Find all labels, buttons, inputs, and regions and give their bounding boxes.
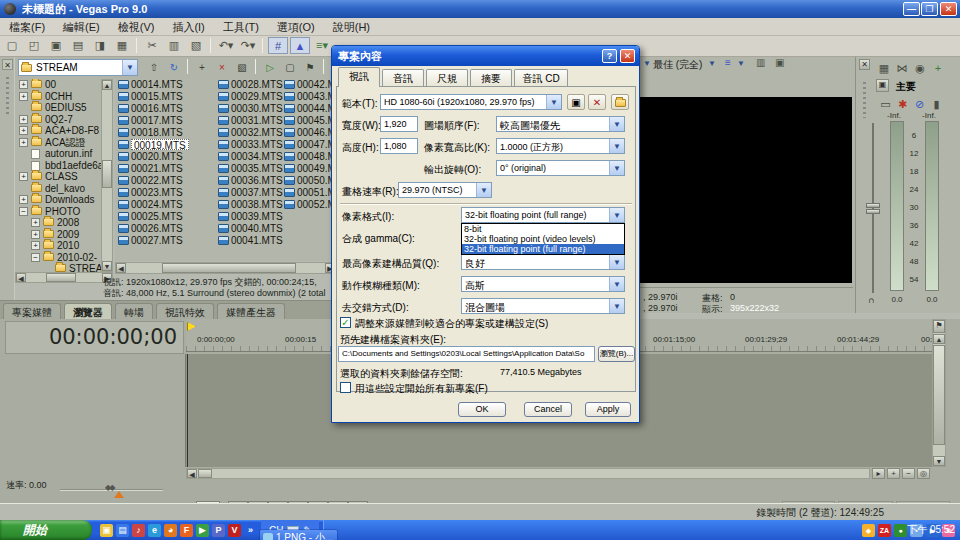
tab-專案媒體[interactable]: 專案媒體 xyxy=(3,303,61,320)
import-media-icon[interactable]: ▦ xyxy=(112,37,132,54)
scroll-up-icon[interactable]: ▲ xyxy=(933,334,945,344)
cancel-button[interactable]: Cancel xyxy=(524,402,572,417)
lock-envelopes-icon[interactable]: ≡▾ xyxy=(312,37,332,54)
tree-item[interactable]: 0EDIUS5 xyxy=(45,102,87,113)
tab-轉場[interactable]: 轉場 xyxy=(115,303,153,320)
file-item[interactable]: 00035.MTS xyxy=(231,163,283,174)
stop-preview-icon[interactable]: ▢ xyxy=(281,60,299,76)
apply-button[interactable]: Apply xyxy=(585,402,631,417)
files-horizontal-scrollbar[interactable]: ◀ ▶ xyxy=(115,262,336,274)
chevron-down-icon[interactable]: ▼ xyxy=(122,60,137,75)
start-button[interactable]: 開始 xyxy=(0,520,92,540)
tree-item[interactable]: 2010 xyxy=(57,240,79,251)
preview-quality-combo[interactable]: 最佳 (完全) xyxy=(653,58,702,72)
chevron-down-icon[interactable]: ▼ xyxy=(609,117,624,131)
menu-item[interactable]: 編輯(E) xyxy=(54,18,109,36)
menu-item[interactable]: 檔案(F) xyxy=(0,18,54,36)
dialog-tab-0[interactable]: 視訊 xyxy=(338,67,380,87)
delete-icon[interactable]: × xyxy=(213,60,231,76)
edit-cursor[interactable] xyxy=(187,354,188,467)
refresh-icon[interactable]: ↻ xyxy=(165,60,183,76)
edit-tool-icon[interactable]: ▸ xyxy=(872,468,885,479)
rate-reset-icon[interactable] xyxy=(114,491,124,498)
quick-folder-icon[interactable]: ▣ xyxy=(100,524,113,537)
chevron-down-icon[interactable]: ▼ xyxy=(476,183,491,197)
scroll-left-icon[interactable]: ◀ xyxy=(187,469,197,478)
copy-icon[interactable]: ▥ xyxy=(164,37,184,54)
file-item[interactable]: 00028.MTS xyxy=(231,79,283,90)
tree-horizontal-scrollbar[interactable]: ◀ ▶ xyxy=(15,272,113,283)
prerender-folder-input[interactable]: C:\Documents and Settings\0203\Local Set… xyxy=(338,346,595,362)
file-item[interactable]: 00026.MTS xyxy=(131,223,183,234)
save-icon[interactable]: ▣ xyxy=(46,37,66,54)
marker-tool-icon[interactable]: ⚑ xyxy=(933,320,945,333)
chevron-down-icon[interactable]: ▼ xyxy=(609,139,624,153)
scroll-thumb[interactable] xyxy=(46,273,76,282)
pixel-format-dropdown-list[interactable]: 8-bit32-bit floating point (video levels… xyxy=(461,223,625,255)
dim-output-icon[interactable]: ◉ xyxy=(912,60,928,77)
mixer-properties-icon[interactable]: ▦ xyxy=(876,60,892,77)
quick-chrome-icon[interactable]: ◕ xyxy=(164,524,177,537)
browse-button[interactable]: 瀏覽(B)... xyxy=(598,346,635,362)
scroll-left-icon[interactable]: ◀ xyxy=(116,263,126,273)
dialog-tab-4[interactable]: 音訊 CD xyxy=(514,69,568,87)
file-item[interactable]: 00029.MTS xyxy=(231,91,283,102)
tree-item[interactable]: 2008 xyxy=(57,217,79,228)
file-item[interactable]: 00016.MTS xyxy=(131,103,183,114)
timeline-horizontal-scrollbar[interactable]: ◀ xyxy=(186,468,870,479)
tree-item[interactable]: del_kavo xyxy=(45,183,85,194)
cut-icon[interactable]: ✂ xyxy=(142,37,162,54)
field-order-combo[interactable]: 較高圖場優先 ▼ xyxy=(496,116,625,132)
redo-icon[interactable]: ↷▾ xyxy=(238,37,258,54)
ok-button[interactable]: OK xyxy=(458,402,506,417)
save-snapshot-icon[interactable]: ▣ xyxy=(775,57,784,68)
file-item[interactable]: 00025.MTS xyxy=(131,211,183,222)
taskbar-button[interactable]: 1.PNG - 小... xyxy=(260,530,337,540)
framerate-combo[interactable]: 29.970 (NTSC) ▼ xyxy=(398,182,492,198)
timeline-vertical-scrollbar[interactable]: ⚑ ▲ ▼ xyxy=(932,319,946,467)
fader-lock-icon[interactable]: ∩ xyxy=(868,295,874,305)
dropdown-option[interactable]: 32-bit floating point (full range) xyxy=(462,244,624,254)
fader-handle[interactable] xyxy=(866,203,880,208)
up-one-level-icon[interactable]: ⇧ xyxy=(145,60,163,76)
quick-ie-icon[interactable]: e xyxy=(148,524,161,537)
scroll-down-icon[interactable]: ▼ xyxy=(933,456,945,466)
save-template-icon[interactable]: ▣ xyxy=(567,94,585,110)
tree-expander[interactable]: − xyxy=(31,253,40,262)
motion-blur-combo[interactable]: 高斯 ▼ xyxy=(461,276,625,292)
address-combo[interactable]: STREAM ▼ xyxy=(18,59,138,76)
tree-item[interactable]: PHOTO xyxy=(45,206,80,217)
new-folder-icon[interactable]: + xyxy=(193,60,211,76)
dropdown-option[interactable]: 32-bit floating point (video levels) xyxy=(462,234,624,244)
cursor-timecode[interactable]: 00:00:00;00 xyxy=(5,321,184,354)
start-preview-icon[interactable]: ▷ xyxy=(261,60,279,76)
tree-expander[interactable]: + xyxy=(19,92,28,101)
minimize-button[interactable]: — xyxy=(903,2,920,16)
tree-item[interactable]: 0CHH xyxy=(45,91,72,102)
quick-firefox-icon[interactable]: F xyxy=(180,524,193,537)
dialog-close-button[interactable]: ✕ xyxy=(620,49,635,63)
file-item[interactable]: 00021.MTS xyxy=(131,163,183,174)
tab-視訊特效[interactable]: 視訊特效 xyxy=(156,303,214,320)
file-item[interactable]: 00038.MTS xyxy=(231,199,283,210)
split-screen-icon[interactable]: ≡ xyxy=(725,57,731,68)
quick-more-icon[interactable]: » xyxy=(244,524,257,537)
quick-player-icon[interactable]: ▶ xyxy=(196,524,209,537)
tree-item[interactable]: autorun.inf xyxy=(45,148,92,159)
menu-item[interactable]: 選項(O) xyxy=(268,18,324,36)
file-item[interactable]: 00024.MTS xyxy=(131,199,183,210)
file-item[interactable]: 00014.MTS xyxy=(131,79,183,90)
downmix-output-icon[interactable]: ⋈ xyxy=(894,60,910,77)
new-project-icon[interactable]: ▢ xyxy=(2,37,22,54)
open-icon[interactable]: ◰ xyxy=(24,37,44,54)
views-icon[interactable]: ▧ xyxy=(233,60,251,76)
tree-item[interactable]: 00 xyxy=(45,79,56,90)
file-item[interactable]: 00034.MTS xyxy=(231,151,283,162)
chevron-down-icon[interactable]: ▼ xyxy=(643,59,651,68)
tree-expander[interactable]: + xyxy=(31,218,40,227)
dropdown-option[interactable]: 8-bit xyxy=(462,224,624,234)
file-item[interactable]: 00031.MTS xyxy=(231,115,283,126)
height-input[interactable]: 1,080 xyxy=(380,138,418,154)
adjust-media-checkbox[interactable]: ✓ xyxy=(340,317,351,328)
zoom-in-icon[interactable]: + xyxy=(887,468,900,479)
